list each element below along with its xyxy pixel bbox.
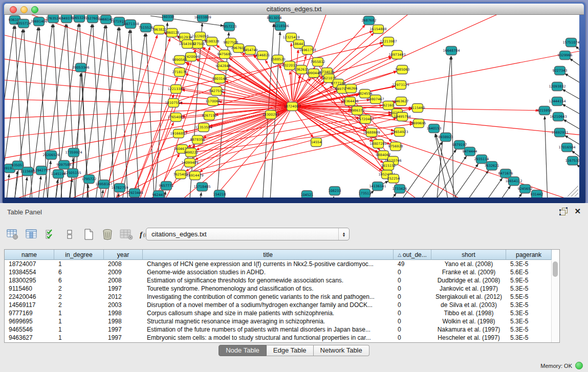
graph-node[interactable]: 9329966 [558,51,573,60]
graph-node[interactable]: 12213987 [380,37,397,46]
graph-node[interactable]: 7625402 [173,170,188,179]
table-row[interactable]: 911546021997Tourette syndrome. Phenomeno… [5,285,559,293]
graph-node[interactable]: 12973125 [392,81,409,90]
column-header-in_degree[interactable]: in_degree [54,250,104,260]
graph-node[interactable]: 9699695 [411,119,426,128]
graph-node[interactable]: 19166857 [170,129,187,138]
graph-node[interactable]: 1170064 [206,97,221,106]
graph-node[interactable]: 746266 [345,84,358,93]
graph-node[interactable]: 11353594 [195,123,212,132]
graph-node[interactable]: 9890562 [172,56,187,64]
graph-node[interactable]: 14554 [311,138,322,147]
graph-edge[interactable] [82,35,158,198]
graph-edge[interactable] [78,25,105,198]
show-columns-icon[interactable] [25,228,38,241]
graph-node[interactable]: 7515526 [139,24,154,32]
graph-edge[interactable] [292,15,542,106]
graph-node[interactable]: 7857223 [222,23,237,31]
graph-node[interactable]: 3498222 [184,148,199,157]
graph-edge[interactable] [577,164,579,184]
graph-edge[interactable] [329,196,334,198]
graph-node[interactable]: 20364436 [341,97,358,106]
tab-network-table[interactable]: Network Table [314,345,369,356]
graph-node[interactable]: 2718176 [172,68,187,77]
table-select-dropdown[interactable]: citations_edges.txt ▲▼ [146,228,350,240]
graph-edge[interactable] [476,193,522,198]
graph-edge[interactable] [120,27,129,198]
graph-node[interactable]: 1795722 [82,175,97,184]
table-row[interactable]: 2242004622012Investigating the contribut… [5,293,559,301]
graph-node[interactable]: 9463627 [394,97,409,106]
column-header-short[interactable]: short [431,250,506,260]
graph-node[interactable]: 10688609 [363,128,380,137]
graph-node[interactable]: 9227343 [553,67,568,75]
graph-node[interactable]: 19654923 [391,128,408,137]
graph-edge[interactable] [52,180,58,198]
graph-node[interactable]: 2803144 [212,75,227,83]
graph-edge[interactable] [564,74,579,94]
network-canvas[interactable]: 9361039355724206914061763524184937510653… [5,15,579,198]
resize-grip-icon[interactable] [568,186,578,196]
graph-node[interactable]: 15751074 [562,38,579,47]
graph-node[interactable]: 9475685 [217,50,232,59]
column-header-title[interactable]: title [143,250,394,260]
graph-node[interactable]: 1615152 [381,162,396,170]
column-header-out_de[interactable]: △out_de... [394,250,431,260]
graph-edge[interactable] [457,178,503,198]
graph-node[interactable]: 9756928 [388,142,403,151]
table-row[interactable]: 977716911998Corpus callosum shape and si… [5,309,559,317]
graph-node[interactable]: 1733426 [393,185,407,193]
graph-edge[interactable] [563,119,579,140]
graph-node[interactable]: 16210643 [550,113,567,121]
table-row[interactable]: 1830029562008Estimation of significance … [5,276,559,285]
graph-node[interactable]: 1145194 [51,170,66,179]
table-row[interactable]: 1456911722003Disruption of a novel membe… [5,301,559,309]
graph-node[interactable]: 7632621 [485,162,499,170]
graph-node[interactable]: 12505155 [64,169,81,178]
graph-edge[interactable] [5,174,9,198]
graph-node[interactable]: 1763524 [46,15,61,23]
graph-node[interactable]: 9097588 [57,161,72,169]
table-scrollbar-thumb[interactable] [553,261,558,277]
window-titlebar[interactable]: citations_edges.txt [4,4,584,15]
unselect-rows-icon[interactable] [63,228,76,241]
graph-node[interactable]: 931442 [531,190,543,198]
table-row[interactable]: 946554611997Estimation of the future num… [5,325,559,334]
graph-node[interactable]: 20691406 [30,17,47,26]
graph-node[interactable]: 8198328 [205,37,220,46]
graph-node[interactable]: 16154808 [369,25,386,34]
close-panel-icon[interactable]: ✕ [574,208,581,215]
graph-edge[interactable] [465,186,511,198]
graph-node[interactable]: 962441 [153,191,165,198]
node-attribute-table[interactable]: namein_degreeyeartitle△out_de...shortpag… [4,249,560,343]
graph-node[interactable]: 16648784 [443,47,460,55]
graph-node[interactable]: 12213384 [167,85,184,94]
graph-edge[interactable] [383,181,388,184]
network-view-window[interactable]: citations_edges.txt 93610393557242069140… [3,2,585,203]
new-table-icon[interactable] [82,228,95,241]
float-panel-icon[interactable] [560,208,567,215]
tab-edge-table[interactable]: Edge Table [267,345,314,356]
graph-node[interactable]: 8813054 [267,15,282,23]
graph-node[interactable]: 9242848 [216,62,231,71]
graph-node[interactable]: 62160 [383,101,394,110]
select-all-icon[interactable] [44,228,57,241]
graph-edge[interactable] [106,25,116,198]
table-settings-icon[interactable] [6,228,19,241]
graph-node[interactable]: 1640153 [427,124,442,133]
graph-node[interactable]: 7955812 [311,58,325,67]
tab-node-table[interactable]: Node Table [219,345,267,356]
graph-node[interactable]: 6990448 [307,69,321,78]
graph-node[interactable]: 9657771 [159,182,174,190]
graph-node[interactable]: 9115460 [410,104,425,113]
graph-node[interactable]: 16033809 [194,15,211,22]
column-header-name[interactable]: name [5,250,54,260]
table-row[interactable]: 946362711997Embryonic stem cells: a mode… [5,334,559,342]
graph-node[interactable]: 8215958 [537,106,552,115]
graph-edge[interactable] [35,176,41,198]
table-scrollbar[interactable] [551,260,559,342]
table-row[interactable]: 1872400712008Changes of HCN gene express… [5,260,559,268]
graph-node[interactable]: 8267150 [202,112,217,120]
table-row[interactable]: 1938455462009Genome-wide association stu… [5,268,559,276]
graph-edge[interactable] [131,30,141,198]
